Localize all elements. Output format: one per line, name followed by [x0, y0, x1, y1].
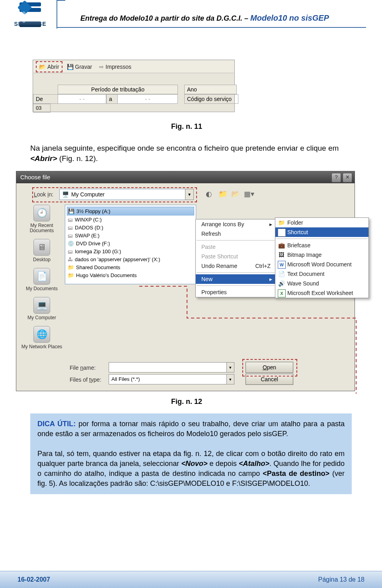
de-label: De: [33, 94, 60, 104]
ctx-paste: Paste: [196, 242, 275, 252]
hdd-icon: 🖴: [68, 233, 73, 239]
lookin-label: Look in:: [34, 191, 53, 198]
footer-page: Página 13 de 18: [318, 576, 364, 583]
drive-item[interactable]: 💿DVD Drive (F:): [67, 239, 194, 247]
app-toolbar-screenshot: 📂Abrir 💾Gravar ⇨Impressos Período de tri…: [33, 60, 235, 112]
up-folder-icon[interactable]: 📁: [218, 190, 227, 198]
lookin-dropdown[interactable]: 🖥️ My Computer: [59, 189, 188, 200]
ctx-paste-shortcut: Paste Shortcut: [196, 252, 275, 261]
tip-atalho: <Atalho>: [239, 460, 269, 468]
p1-a: Na janela seguinte, especifique onde se …: [30, 144, 339, 152]
dialog-titlebar: Choose file ? ✕: [16, 171, 355, 183]
places-desktop[interactable]: 🖥Desktop: [21, 239, 62, 262]
fig-12-caption: Fig. n. 12: [171, 398, 202, 406]
drive-item[interactable]: 🖴DADOS (D:): [67, 223, 194, 231]
logo: SISGARBE: [10, 2, 50, 30]
text-icon: 📄: [278, 270, 285, 278]
hdd-icon: 🖴: [68, 225, 73, 231]
sm-word[interactable]: WMicrosoft Word Document: [275, 260, 368, 269]
ctx-refresh[interactable]: Refresh: [196, 229, 275, 239]
new-folder-icon[interactable]: 📂: [231, 190, 240, 198]
fig-11-caption: Fig. n. 11: [171, 122, 202, 131]
date-from-input[interactable]: - -: [58, 94, 106, 104]
floppy-icon: 💾: [67, 64, 74, 70]
folder-icon: 📁: [278, 219, 285, 226]
dvd-icon: 💿: [68, 241, 74, 246]
filetype-dropdown[interactable]: All Files (*.*): [109, 374, 227, 384]
ano-header: Ano: [184, 85, 237, 94]
drive-item[interactable]: 📁Hugo Valério's Documents: [67, 271, 194, 279]
folder-icon: 📁: [68, 272, 74, 278]
drive-item[interactable]: 🖴Iomega Zip 100 (G:): [67, 247, 194, 255]
image-icon: 🖼: [278, 251, 285, 258]
ctx-undo[interactable]: Undo RenameCtrl+Z: [196, 261, 275, 271]
open-button[interactable]: 📂Abrir: [36, 61, 62, 72]
shortcut-icon: ↗: [278, 229, 286, 237]
p1-c: (Fig. n. 12).: [57, 154, 98, 163]
open-label: Abrir: [47, 64, 59, 70]
title-prefix: Entrega do Modelo10 a partir do site da …: [80, 14, 250, 22]
sm-bitmap[interactable]: 🖼Bitmap Image: [275, 250, 368, 260]
arrow-right-icon: ⇨: [99, 64, 104, 70]
print-button[interactable]: ⇨Impressos: [96, 62, 134, 72]
back-icon[interactable]: ◐: [206, 190, 212, 198]
save-button[interactable]: 💾Gravar: [64, 62, 95, 72]
sm-wave[interactable]: 🔊Wave Sound: [275, 279, 368, 288]
ctx-properties[interactable]: Properties: [196, 287, 275, 297]
ctx-undo-shortcut: Ctrl+Z: [255, 261, 271, 271]
drive-item[interactable]: 🖴SWAP (E:): [67, 231, 194, 239]
places-documents[interactable]: 📄My Documents: [21, 268, 62, 291]
drive-list[interactable]: 💾3½ Floppy (A:) 🖴WINXP (C:) 🖴DADOS (D:) …: [65, 205, 196, 284]
title-suffix: Modelo10 no sisGEP: [250, 14, 329, 22]
paragraph-1: Na janela seguinte, especifique onde se …: [30, 143, 352, 164]
close-button[interactable]: ✕: [343, 173, 352, 182]
sm-briefcase[interactable]: 💼Briefcase: [275, 241, 368, 250]
lookin-chevron-icon[interactable]: ▾: [185, 189, 194, 200]
filetype-chevron-icon[interactable]: ▾: [226, 374, 234, 384]
excel-icon: X: [278, 289, 286, 297]
ctx-arrange[interactable]: Arrange Icons By▸: [196, 219, 275, 229]
print-label: Impressos: [105, 64, 131, 70]
hdd-icon: 🖴: [68, 217, 73, 223]
sm-text[interactable]: 📄Text Document: [275, 269, 368, 279]
tip-pasta: <Pasta de destino>: [263, 470, 329, 477]
places-computer[interactable]: 💻My Computer: [21, 297, 62, 320]
p1-b: <Abrir>: [30, 154, 57, 163]
drive-item[interactable]: 🖴WINXP (C:): [67, 215, 194, 223]
context-menu: Arrange Icons By▸ Refresh Paste Paste Sh…: [195, 219, 276, 297]
choose-file-dialog: Choose file ? ✕ Look in: 🖥️ My Computer …: [16, 171, 355, 391]
row-num: 03: [33, 104, 51, 113]
briefcase-icon: 💼: [278, 242, 285, 249]
tip-p1: por forma a tornar mais rápido o seu tra…: [37, 420, 345, 438]
save-label: Gravar: [75, 64, 92, 70]
network-icon: 🌐: [33, 326, 50, 343]
sound-icon: 🔊: [278, 280, 285, 287]
filename-input[interactable]: [109, 362, 227, 373]
page-footer: 16-02-2007 Página 13 de 18: [0, 571, 382, 588]
desktop-icon: 🖥: [33, 239, 50, 256]
sm-excel[interactable]: XMicrosoft Excel Worksheet: [275, 288, 368, 298]
computer-icon: 🖥️: [62, 191, 69, 198]
places-recent[interactable]: 🕘My Recent Documents: [21, 205, 62, 233]
places-network[interactable]: 🌐My Network Places: [21, 326, 62, 349]
drive-item[interactable]: 🖧dados on 'appserver (appserver)' (X:): [67, 255, 194, 263]
sm-folder[interactable]: 📁Folder: [275, 218, 368, 227]
documents-icon: 📄: [33, 268, 50, 285]
drive-item[interactable]: 💾3½ Floppy (A:): [67, 207, 194, 215]
help-button[interactable]: ?: [331, 173, 341, 182]
new-submenu: 📁Folder ↗Shortcut 💼Briefcase 🖼Bitmap Ima…: [275, 217, 369, 298]
page-header: SISGARBE Entrega do Modelo10 a partir do…: [0, 0, 382, 35]
filename-chevron-icon[interactable]: ▾: [226, 362, 234, 373]
drive-item[interactable]: 📁Shared Documents: [67, 263, 194, 271]
ctx-new[interactable]: New▸: [196, 274, 275, 284]
filetype-label: Files of type:: [70, 376, 101, 383]
date-to-input[interactable]: - -: [117, 94, 178, 104]
floppy-drive-icon: 💾: [68, 208, 74, 214]
chevron-right-icon: ▸: [269, 274, 272, 284]
view-menu-icon[interactable]: ▦▾: [244, 190, 254, 198]
recent-icon: 🕘: [33, 205, 50, 221]
net-drive-icon: 🖧: [68, 256, 73, 262]
chevron-right-icon: ▸: [269, 219, 272, 229]
sm-shortcut[interactable]: ↗Shortcut: [275, 227, 368, 237]
periodo-header: Período de tributação: [58, 85, 178, 94]
